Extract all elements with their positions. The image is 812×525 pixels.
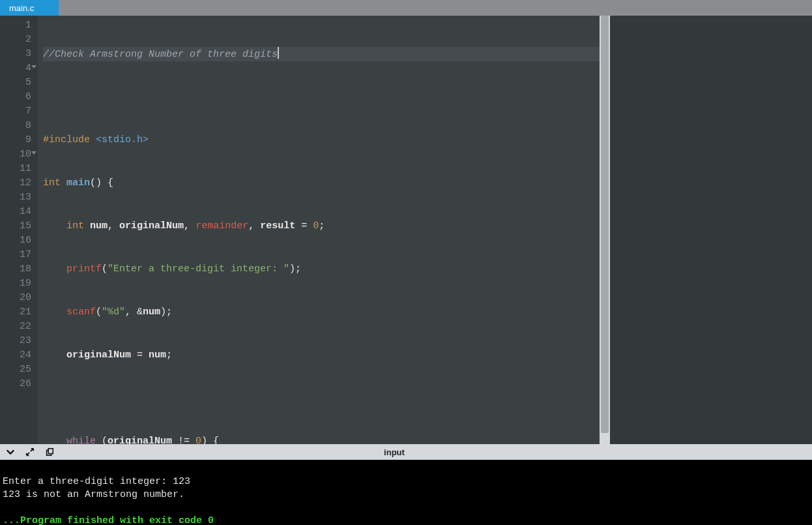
scrollbar-thumb[interactable] xyxy=(601,16,609,433)
line-number: 18 xyxy=(10,262,31,277)
line-number: 3 xyxy=(10,47,31,61)
code-token: = xyxy=(295,220,313,232)
code-token: "%d" xyxy=(102,307,125,318)
tab-main-c[interactable]: main.c xyxy=(0,0,59,16)
line-number: 5 xyxy=(10,76,31,90)
line-number: 22 xyxy=(10,320,31,334)
fold-icon[interactable] xyxy=(31,65,36,68)
code-token: , xyxy=(248,220,260,232)
code-token: #include xyxy=(43,134,90,145)
code-token: 0 xyxy=(196,436,201,444)
code-token: main xyxy=(66,177,90,188)
code-token: printf xyxy=(66,263,102,275)
line-number: 23 xyxy=(10,334,31,348)
code-token: originalNum xyxy=(119,220,184,232)
line-number: 9 xyxy=(10,133,31,147)
line-number: 6 xyxy=(10,90,31,104)
code-token: != xyxy=(172,436,196,444)
code-token: = xyxy=(131,350,149,361)
code-token: () { xyxy=(90,177,113,188)
code-token xyxy=(43,263,66,275)
code-token xyxy=(43,307,66,318)
code-token xyxy=(43,436,66,444)
console-line: ...Program finished with exit code 0 xyxy=(3,515,214,525)
console-line: Enter a three-digit integer: 123 xyxy=(3,476,190,487)
expand-icon[interactable] xyxy=(25,447,35,457)
code-token: result xyxy=(260,220,295,232)
code-token: num xyxy=(90,220,108,232)
code-token: 0 xyxy=(313,220,319,232)
line-number: 19 xyxy=(10,277,31,291)
code-token: while xyxy=(66,436,96,444)
editor-right-margin xyxy=(610,16,812,444)
code-area[interactable]: //Check Armstrong Number of three digits… xyxy=(38,16,600,444)
line-number: 20 xyxy=(10,291,31,305)
tab-bar: main.c xyxy=(0,0,812,16)
line-number: 1 xyxy=(10,18,31,33)
fold-icon[interactable] xyxy=(31,151,36,155)
code-token: ); xyxy=(289,263,301,275)
line-gutter: 1234567891011121314151617181920212223242… xyxy=(0,16,38,444)
code-token xyxy=(43,220,66,232)
line-number: 7 xyxy=(10,104,31,119)
line-number: 25 xyxy=(10,363,31,377)
editor: 1234567891011121314151617181920212223242… xyxy=(0,16,812,444)
console-toolbar: input xyxy=(0,444,812,460)
code-token: num xyxy=(143,307,160,318)
console-toolbar-label: input xyxy=(384,447,405,457)
code-token: ( xyxy=(102,263,108,275)
line-number: 14 xyxy=(10,205,31,219)
code-token: num xyxy=(149,350,166,361)
chevron-down-icon[interactable] xyxy=(5,447,16,457)
copy-icon[interactable] xyxy=(44,447,55,457)
line-number: 15 xyxy=(10,219,31,233)
code-token: int xyxy=(66,220,84,232)
line-number: 12 xyxy=(10,176,31,190)
code-token xyxy=(61,177,66,188)
code-token xyxy=(43,350,66,361)
line-number: 16 xyxy=(10,233,31,248)
code-token: ); xyxy=(160,307,172,318)
line-number: 8 xyxy=(10,119,31,133)
code-token: ( xyxy=(96,307,102,318)
code-token: , & xyxy=(125,307,143,318)
line-number: 4 xyxy=(10,61,31,76)
code-comment: //Check Armstrong Number of three digits xyxy=(43,49,278,60)
console-output[interactable]: Enter a three-digit integer: 123 123 is … xyxy=(0,460,812,525)
code-token: remainder xyxy=(196,220,248,232)
code-token: "Enter a three-digit integer: " xyxy=(108,263,289,275)
svg-rect-1 xyxy=(48,449,53,454)
code-token: ) { xyxy=(201,436,219,444)
code-token: originalNum xyxy=(108,436,172,444)
code-token: , xyxy=(108,220,119,232)
line-number: 26 xyxy=(10,377,31,391)
editor-scrollbar[interactable] xyxy=(600,16,610,444)
console-line: 123 is not an Armstrong number. xyxy=(3,489,184,500)
code-token: ( xyxy=(96,436,108,444)
code-token: originalNum xyxy=(66,350,131,361)
code-token: <stdio.h> xyxy=(90,134,149,145)
line-number: 24 xyxy=(10,348,31,363)
code-token: scanf xyxy=(66,307,96,318)
text-cursor xyxy=(278,47,279,59)
code-token: int xyxy=(43,177,61,188)
line-number: 13 xyxy=(10,190,31,205)
code-token xyxy=(84,220,90,232)
code-token: ; xyxy=(166,350,172,361)
line-number: 10 xyxy=(10,147,31,162)
line-number: 21 xyxy=(10,305,31,320)
line-number: 11 xyxy=(10,162,31,176)
line-number: 17 xyxy=(10,248,31,262)
line-number: 2 xyxy=(10,33,31,47)
code-token: , xyxy=(184,220,196,232)
code-token: ; xyxy=(319,220,325,232)
